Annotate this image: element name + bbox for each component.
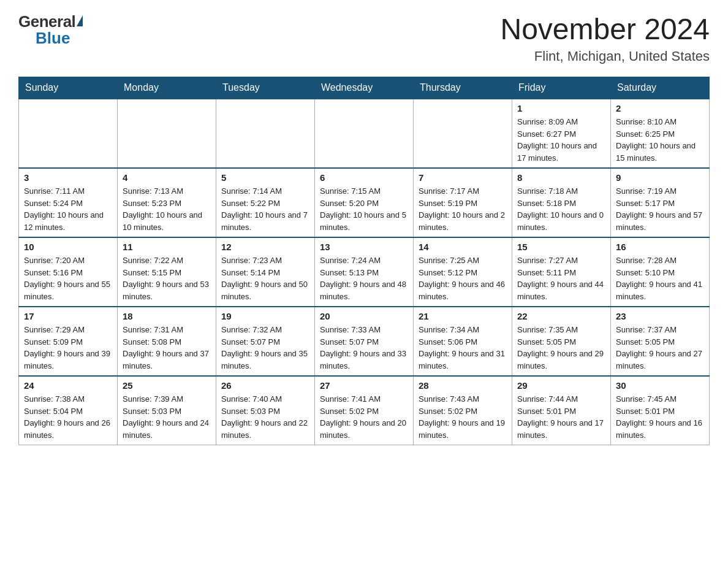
calendar-cell: 30Sunrise: 7:45 AM Sunset: 5:01 PM Dayli…	[611, 376, 710, 445]
day-info: Sunrise: 7:33 AM Sunset: 5:07 PM Dayligh…	[320, 324, 408, 372]
day-info: Sunrise: 7:28 AM Sunset: 5:10 PM Dayligh…	[616, 255, 704, 302]
title-section: November 2024 Flint, Michigan, United St…	[500, 12, 710, 64]
week-row: 10Sunrise: 7:20 AM Sunset: 5:16 PM Dayli…	[19, 237, 710, 307]
day-info: Sunrise: 7:13 AM Sunset: 5:23 PM Dayligh…	[123, 185, 211, 233]
calendar-cell: 13Sunrise: 7:24 AM Sunset: 5:13 PM Dayli…	[315, 237, 414, 307]
week-row: 24Sunrise: 7:38 AM Sunset: 5:04 PM Dayli…	[19, 376, 710, 445]
day-info: Sunrise: 7:14 AM Sunset: 5:22 PM Dayligh…	[221, 185, 309, 233]
calendar-cell: 11Sunrise: 7:22 AM Sunset: 5:15 PM Dayli…	[118, 237, 216, 307]
day-info: Sunrise: 7:37 AM Sunset: 5:05 PM Dayligh…	[616, 324, 704, 372]
day-info: Sunrise: 7:23 AM Sunset: 5:14 PM Dayligh…	[221, 255, 309, 302]
day-info: Sunrise: 7:17 AM Sunset: 5:19 PM Dayligh…	[419, 185, 507, 233]
day-number: 1	[517, 103, 605, 113]
day-info: Sunrise: 7:45 AM Sunset: 5:01 PM Dayligh…	[616, 393, 704, 441]
day-info: Sunrise: 7:29 AM Sunset: 5:09 PM Dayligh…	[24, 324, 112, 372]
calendar-cell: 21Sunrise: 7:34 AM Sunset: 5:06 PM Dayli…	[414, 307, 512, 376]
day-info: Sunrise: 7:27 AM Sunset: 5:11 PM Dayligh…	[517, 255, 605, 302]
calendar-cell: 16Sunrise: 7:28 AM Sunset: 5:10 PM Dayli…	[611, 237, 710, 307]
day-info: Sunrise: 7:20 AM Sunset: 5:16 PM Dayligh…	[24, 255, 112, 302]
day-number: 20	[320, 311, 408, 321]
calendar-cell: 26Sunrise: 7:40 AM Sunset: 5:03 PM Dayli…	[216, 376, 315, 445]
calendar-cell	[216, 99, 315, 168]
day-of-week-header: Wednesday	[315, 77, 414, 99]
day-number: 22	[517, 311, 605, 321]
calendar-cell: 15Sunrise: 7:27 AM Sunset: 5:11 PM Dayli…	[512, 237, 611, 307]
day-of-week-header: Monday	[118, 77, 216, 99]
day-number: 14	[419, 242, 507, 252]
calendar-cell: 9Sunrise: 7:19 AM Sunset: 5:17 PM Daylig…	[611, 168, 710, 237]
calendar-cell: 6Sunrise: 7:15 AM Sunset: 5:20 PM Daylig…	[315, 168, 414, 237]
calendar-cell: 28Sunrise: 7:43 AM Sunset: 5:02 PM Dayli…	[414, 376, 512, 445]
day-info: Sunrise: 7:11 AM Sunset: 5:24 PM Dayligh…	[24, 185, 112, 233]
day-of-week-header: Saturday	[611, 77, 710, 99]
day-info: Sunrise: 7:22 AM Sunset: 5:15 PM Dayligh…	[123, 255, 211, 302]
day-info: Sunrise: 7:43 AM Sunset: 5:02 PM Dayligh…	[419, 393, 507, 441]
calendar-cell: 14Sunrise: 7:25 AM Sunset: 5:12 PM Dayli…	[414, 237, 512, 307]
day-number: 4	[123, 172, 211, 183]
calendar-cell: 20Sunrise: 7:33 AM Sunset: 5:07 PM Dayli…	[315, 307, 414, 376]
day-info: Sunrise: 7:35 AM Sunset: 5:05 PM Dayligh…	[517, 324, 605, 372]
day-info: Sunrise: 7:41 AM Sunset: 5:02 PM Dayligh…	[320, 393, 408, 441]
day-info: Sunrise: 7:18 AM Sunset: 5:18 PM Dayligh…	[517, 185, 605, 233]
location-text: Flint, Michigan, United States	[500, 48, 710, 64]
calendar-cell: 22Sunrise: 7:35 AM Sunset: 5:05 PM Dayli…	[512, 307, 611, 376]
calendar-cell: 2Sunrise: 8:10 AM Sunset: 6:25 PM Daylig…	[611, 99, 710, 168]
day-info: Sunrise: 7:24 AM Sunset: 5:13 PM Dayligh…	[320, 255, 408, 302]
day-number: 9	[616, 172, 704, 183]
day-info: Sunrise: 7:38 AM Sunset: 5:04 PM Dayligh…	[24, 393, 112, 441]
month-title: November 2024	[500, 12, 710, 46]
day-info: Sunrise: 7:15 AM Sunset: 5:20 PM Dayligh…	[320, 185, 408, 233]
day-number: 25	[123, 380, 211, 391]
day-number: 18	[123, 311, 211, 321]
day-number: 23	[616, 311, 704, 321]
day-number: 29	[517, 380, 605, 391]
day-info: Sunrise: 7:44 AM Sunset: 5:01 PM Dayligh…	[517, 393, 605, 441]
day-info: Sunrise: 7:25 AM Sunset: 5:12 PM Dayligh…	[419, 255, 507, 302]
calendar-cell: 19Sunrise: 7:32 AM Sunset: 5:07 PM Dayli…	[216, 307, 315, 376]
day-info: Sunrise: 8:09 AM Sunset: 6:27 PM Dayligh…	[517, 116, 605, 164]
week-row: 3Sunrise: 7:11 AM Sunset: 5:24 PM Daylig…	[19, 168, 710, 237]
day-number: 19	[221, 311, 309, 321]
logo: General Blue	[18, 12, 83, 48]
day-number: 24	[24, 380, 112, 391]
calendar-table: SundayMondayTuesdayWednesdayThursdayFrid…	[18, 77, 710, 445]
day-info: Sunrise: 7:31 AM Sunset: 5:08 PM Dayligh…	[123, 324, 211, 372]
day-info: Sunrise: 7:19 AM Sunset: 5:17 PM Dayligh…	[616, 185, 704, 233]
day-number: 6	[320, 172, 408, 183]
day-number: 27	[320, 380, 408, 391]
day-info: Sunrise: 7:40 AM Sunset: 5:03 PM Dayligh…	[221, 393, 309, 441]
calendar-cell: 8Sunrise: 7:18 AM Sunset: 5:18 PM Daylig…	[512, 168, 611, 237]
calendar-header-row: SundayMondayTuesdayWednesdayThursdayFrid…	[19, 77, 710, 99]
day-of-week-header: Tuesday	[216, 77, 315, 99]
day-of-week-header: Thursday	[414, 77, 512, 99]
day-number: 3	[24, 172, 112, 183]
day-number: 7	[419, 172, 507, 183]
calendar-cell: 18Sunrise: 7:31 AM Sunset: 5:08 PM Dayli…	[118, 307, 216, 376]
calendar-cell: 5Sunrise: 7:14 AM Sunset: 5:22 PM Daylig…	[216, 168, 315, 237]
day-info: Sunrise: 7:34 AM Sunset: 5:06 PM Dayligh…	[419, 324, 507, 372]
calendar-cell	[19, 99, 118, 168]
calendar-cell: 1Sunrise: 8:09 AM Sunset: 6:27 PM Daylig…	[512, 99, 611, 168]
calendar-cell: 17Sunrise: 7:29 AM Sunset: 5:09 PM Dayli…	[19, 307, 118, 376]
day-of-week-header: Sunday	[19, 77, 118, 99]
day-number: 8	[517, 172, 605, 183]
calendar-cell	[315, 99, 414, 168]
day-number: 12	[221, 242, 309, 252]
day-number: 15	[517, 242, 605, 252]
calendar-cell: 27Sunrise: 7:41 AM Sunset: 5:02 PM Dayli…	[315, 376, 414, 445]
day-number: 26	[221, 380, 309, 391]
day-number: 10	[24, 242, 112, 252]
day-number: 16	[616, 242, 704, 252]
calendar-cell: 25Sunrise: 7:39 AM Sunset: 5:03 PM Dayli…	[118, 376, 216, 445]
calendar-cell	[414, 99, 512, 168]
logo-blue-text: Blue	[36, 29, 70, 48]
logo-triangle-icon	[77, 15, 83, 26]
week-row: 1Sunrise: 8:09 AM Sunset: 6:27 PM Daylig…	[19, 99, 710, 168]
day-info: Sunrise: 7:32 AM Sunset: 5:07 PM Dayligh…	[221, 324, 309, 372]
calendar-cell: 4Sunrise: 7:13 AM Sunset: 5:23 PM Daylig…	[118, 168, 216, 237]
week-row: 17Sunrise: 7:29 AM Sunset: 5:09 PM Dayli…	[19, 307, 710, 376]
day-of-week-header: Friday	[512, 77, 611, 99]
calendar-cell	[118, 99, 216, 168]
day-number: 28	[419, 380, 507, 391]
day-number: 11	[123, 242, 211, 252]
